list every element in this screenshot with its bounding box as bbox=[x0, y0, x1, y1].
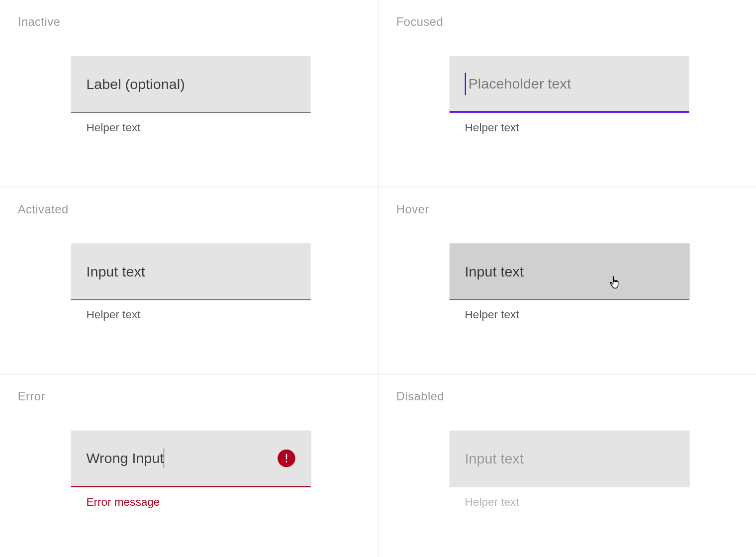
input-placeholder-focused: Placeholder text bbox=[469, 75, 571, 92]
field-focused: Placeholder text Helper text bbox=[450, 56, 689, 134]
field-error: Wrong Input Error message bbox=[71, 431, 311, 509]
text-input-disabled: Input text bbox=[450, 431, 689, 487]
input-text-error: Wrong Input bbox=[86, 450, 164, 466]
panel-activated: Activated Input text Helper text bbox=[0, 186, 378, 373]
pointer-cursor-icon bbox=[608, 275, 622, 293]
helper-text-activated: Helper text bbox=[86, 308, 310, 321]
input-text-hover: Input text bbox=[465, 263, 524, 279]
text-input-hover[interactable]: Input text bbox=[450, 243, 689, 300]
svg-rect-1 bbox=[286, 461, 287, 463]
state-title-error: Error bbox=[18, 390, 361, 403]
panel-error: Error Wrong Input Error message bbox=[0, 374, 378, 557]
text-input-activated[interactable]: Input text bbox=[71, 243, 311, 300]
state-title-inactive: Inactive bbox=[18, 15, 361, 29]
error-icon bbox=[278, 450, 295, 467]
caret-icon bbox=[465, 72, 466, 94]
field-activated: Input text Helper text bbox=[71, 243, 311, 321]
state-title-focused: Focused bbox=[396, 15, 739, 29]
text-input-inactive[interactable]: Label (optional) bbox=[71, 56, 311, 113]
panel-inactive: Inactive Label (optional) Helper text bbox=[0, 0, 378, 186]
helper-text-disabled: Helper text bbox=[465, 495, 689, 508]
field-disabled: Input text Helper text bbox=[450, 431, 689, 509]
panel-disabled: Disabled Input text Helper text bbox=[378, 374, 756, 557]
text-input-error[interactable]: Wrong Input bbox=[71, 431, 311, 487]
field-hover: Input text Helper text bbox=[450, 243, 689, 321]
input-text-disabled: Input text bbox=[465, 451, 524, 467]
helper-text-inactive: Helper text bbox=[86, 121, 310, 134]
helper-text-error: Error message bbox=[86, 495, 310, 508]
input-label-inactive: Label (optional) bbox=[86, 76, 185, 93]
input-states-grid: Inactive Label (optional) Helper text Fo… bbox=[0, 0, 756, 557]
state-title-disabled: Disabled bbox=[396, 390, 739, 403]
state-title-hover: Hover bbox=[396, 202, 739, 216]
helper-text-focused: Helper text bbox=[465, 121, 689, 134]
input-text-activated: Input text bbox=[86, 263, 145, 279]
svg-rect-0 bbox=[286, 454, 287, 460]
field-inactive: Label (optional) Helper text bbox=[71, 56, 311, 134]
caret-error-icon bbox=[164, 448, 164, 468]
state-title-activated: Activated bbox=[18, 202, 361, 216]
helper-text-hover: Helper text bbox=[465, 308, 689, 321]
panel-hover: Hover Input text Helper text bbox=[378, 186, 756, 373]
panel-focused: Focused Placeholder text Helper text bbox=[378, 0, 756, 186]
text-input-focused[interactable]: Placeholder text bbox=[450, 56, 689, 113]
